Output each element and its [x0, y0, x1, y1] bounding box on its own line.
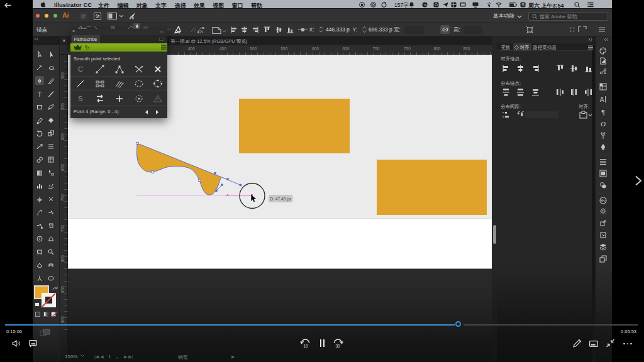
svg-text:A: A [600, 96, 604, 103]
svg-text:30: 30 [335, 344, 340, 348]
svg-text:S: S [521, 3, 525, 7]
svg-text:D: 47.49 px: D: 47.49 px [270, 197, 291, 202]
svg-text:O: O [601, 120, 606, 128]
svg-text:10: 10 [303, 344, 308, 348]
svg-text:S: S [78, 95, 82, 102]
svg-text:C: C [78, 65, 83, 73]
svg-text:¶: ¶ [602, 108, 605, 116]
svg-text:T: T [38, 90, 42, 97]
